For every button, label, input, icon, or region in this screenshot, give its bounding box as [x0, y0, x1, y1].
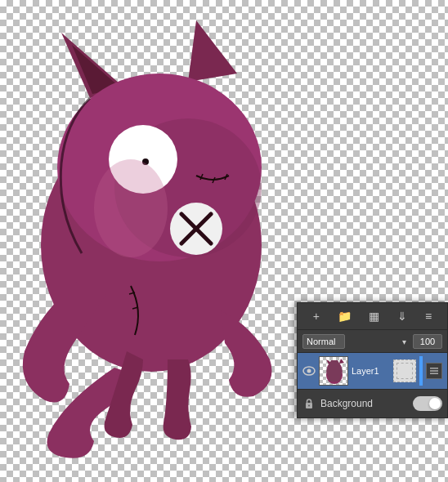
layer1-thumbnail: [319, 356, 348, 386]
svg-point-23: [329, 364, 336, 371]
svg-marker-21: [326, 359, 333, 364]
svg-marker-3: [188, 20, 237, 82]
background-lock-icon: [302, 397, 316, 410]
background-row[interactable]: Background: [298, 390, 447, 417]
blend-mode-row: Normal Dissolve Multiply Screen Overlay: [298, 330, 447, 353]
layer1-mask-thumbnail: [393, 359, 416, 382]
layer-settings-icon[interactable]: [426, 363, 442, 379]
cat-illustration: [0, 0, 311, 482]
add-layer-button[interactable]: +: [310, 308, 323, 324]
svg-point-20: [327, 362, 342, 375]
layer1-row[interactable]: Layer1: [298, 353, 447, 390]
blend-mode-select[interactable]: Normal Dissolve Multiply Screen Overlay: [302, 334, 345, 349]
layers-panel: + 📁 ▦ ⇓ ≡ Normal Dissolve Multiply Scree…: [297, 302, 448, 418]
export-layer-icon[interactable]: ⇓: [394, 308, 410, 324]
svg-point-19: [326, 366, 343, 384]
opacity-input[interactable]: [413, 334, 442, 349]
svg-marker-22: [339, 359, 344, 364]
menu-icon[interactable]: ≡: [422, 308, 435, 324]
svg-rect-25: [430, 368, 438, 369]
svg-rect-27: [430, 373, 438, 375]
background-toggle[interactable]: [413, 396, 442, 411]
layer1-label: Layer1: [352, 366, 390, 376]
svg-point-18: [307, 369, 311, 373]
image-layer-icon[interactable]: ▦: [365, 308, 383, 324]
layer-visibility-toggle[interactable]: [302, 364, 316, 377]
layer1-thumb-preview: [320, 357, 347, 385]
folder-icon[interactable]: 📁: [334, 308, 355, 324]
blend-mode-wrapper: Normal Dissolve Multiply Screen Overlay: [302, 333, 410, 349]
svg-point-16: [94, 159, 168, 257]
svg-rect-26: [430, 370, 438, 372]
svg-point-24: [333, 368, 334, 369]
background-label: Background: [320, 398, 408, 409]
layer-active-indicator: [419, 356, 423, 386]
panel-toolbar: + 📁 ▦ ⇓ ≡: [298, 303, 447, 330]
svg-point-29: [308, 405, 310, 407]
